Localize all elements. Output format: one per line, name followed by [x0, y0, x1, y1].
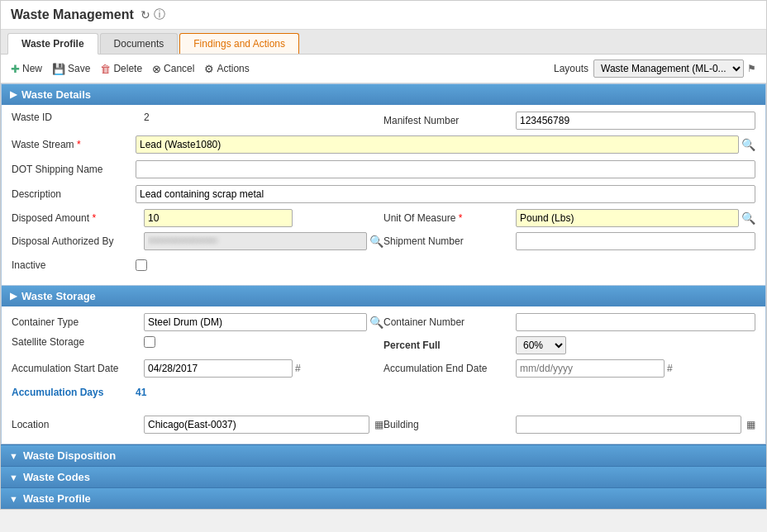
disposal-auth-search-icon[interactable]: 🔍: [369, 235, 384, 248]
container-type-search-icon[interactable]: 🔍: [369, 316, 384, 329]
tab-waste-profile[interactable]: Waste Profile: [7, 33, 98, 55]
manifest-number-field: [516, 112, 755, 130]
waste-id-row: Waste ID 2 Manifest Number: [12, 112, 755, 130]
container-number-input[interactable]: [516, 313, 755, 331]
description-row: Description: [12, 184, 755, 204]
location-picker-icon[interactable]: ▦: [374, 419, 384, 430]
location-label: Location: [12, 419, 144, 430]
new-icon: ✚: [11, 63, 20, 75]
delete-button[interactable]: 🗑 Delete: [100, 63, 142, 75]
waste-id-value: 2: [144, 112, 384, 123]
waste-id-label: Waste ID: [12, 112, 144, 123]
save-button[interactable]: 💾 Save: [52, 63, 90, 75]
info-icon[interactable]: ⓘ: [154, 7, 165, 22]
waste-disposition-title: Waste Disposition: [23, 449, 116, 462]
waste-details-header[interactable]: ▶ Waste Details: [2, 84, 765, 105]
unit-measure-field: 🔍: [516, 209, 755, 227]
container-number-label: Container Number: [384, 316, 516, 328]
container-type-input[interactable]: [144, 313, 367, 331]
building-picker-icon[interactable]: ▦: [746, 419, 755, 430]
accum-end-calendar-icon[interactable]: #: [667, 363, 673, 374]
unit-measure-search-icon[interactable]: 🔍: [741, 211, 755, 225]
location-input[interactable]: [144, 416, 369, 434]
manifest-number-group: Manifest Number: [384, 112, 755, 130]
location-row: Location ▦ Building ▦: [12, 416, 755, 434]
cancel-icon: ⊗: [152, 63, 161, 75]
percent-full-group: Percent Full 60% 10% 20% 30% 40% 50% 70%…: [384, 336, 755, 354]
percent-full-field: 60% 10% 20% 30% 40% 50% 70% 80% 90% 100%: [516, 336, 566, 354]
building-input[interactable]: [516, 416, 741, 434]
dot-shipping-label: DOT Shipping Name: [12, 164, 136, 175]
disposal-auth-row: Disposal Authorized By 🔍 Shipment Number: [12, 232, 755, 250]
layouts-label: Layouts: [554, 63, 588, 74]
shipment-number-group: Shipment Number: [384, 232, 755, 250]
accum-start-group: Accumulation Start Date #: [12, 359, 384, 378]
unit-measure-label: Unit Of Measure *: [384, 212, 516, 224]
waste-details-arrow: ▶: [10, 89, 17, 100]
disposed-amount-label: Disposed Amount *: [12, 212, 144, 224]
satellite-storage-group: Satellite Storage: [12, 336, 384, 348]
bottom-sections: ▼ Waste Disposition ▼ Waste Codes ▼ Wast…: [1, 444, 766, 509]
cancel-label: Cancel: [164, 63, 194, 74]
location-group: Location ▦: [12, 416, 384, 434]
unit-measure-input[interactable]: [516, 209, 739, 227]
shipment-number-input[interactable]: [516, 232, 755, 250]
waste-codes-arrow: ▼: [9, 473, 18, 482]
waste-details-form: Waste ID 2 Manifest Number Waste Stream …: [2, 105, 765, 285]
accum-end-group: Accumulation End Date #: [384, 359, 755, 378]
toolbar: ✚ New 💾 Save 🗑 Delete ⊗ Cancel ⚙ Actions…: [1, 55, 766, 83]
satellite-storage-label: Satellite Storage: [12, 336, 144, 348]
percent-full-label: Percent Full: [384, 340, 516, 351]
waste-profile-bottom-header[interactable]: ▼ Waste Profile: [1, 487, 766, 509]
shipment-number-field: [516, 232, 755, 250]
description-input[interactable]: [136, 185, 755, 203]
container-type-field: 🔍: [144, 313, 384, 331]
disposed-amount-input[interactable]: [144, 209, 293, 227]
satellite-row: Satellite Storage Percent Full 60% 10% 2…: [12, 336, 755, 354]
actions-label: Actions: [217, 63, 249, 74]
waste-id-group: Waste ID 2: [12, 112, 384, 123]
layouts-select[interactable]: Waste Management (ML-0...: [593, 59, 744, 78]
waste-profile-bottom-title: Waste Profile: [23, 492, 91, 505]
satellite-storage-checkbox[interactable]: [144, 336, 155, 348]
save-label: Save: [68, 63, 90, 74]
tab-findings-actions[interactable]: Findings and Actions: [179, 33, 299, 54]
waste-stream-search-icon[interactable]: 🔍: [741, 138, 755, 151]
inactive-checkbox[interactable]: [136, 259, 147, 271]
accum-days-value: 41: [136, 387, 146, 398]
refresh-icon[interactable]: ↻: [141, 8, 150, 21]
manifest-number-input[interactable]: [516, 112, 755, 130]
actions-icon: ⚙: [204, 63, 214, 75]
accum-end-input[interactable]: [516, 359, 665, 378]
save-icon: 💾: [52, 63, 65, 75]
dot-shipping-row: DOT Shipping Name: [12, 159, 755, 179]
waste-profile-bottom-arrow: ▼: [9, 494, 18, 504]
waste-disposition-header[interactable]: ▼ Waste Disposition: [1, 444, 766, 466]
description-label: Description: [12, 188, 136, 200]
container-row: Container Type 🔍 Container Number: [12, 313, 755, 331]
waste-codes-title: Waste Codes: [23, 471, 90, 483]
new-button[interactable]: ✚ New: [11, 63, 42, 75]
waste-stream-input[interactable]: [136, 135, 739, 154]
disposal-auth-input[interactable]: [144, 232, 367, 250]
waste-stream-label: Waste Stream *: [12, 139, 136, 150]
accum-days-label: Accumulation Days: [12, 387, 136, 398]
disposal-auth-group: Disposal Authorized By 🔍: [12, 232, 384, 250]
waste-storage-header[interactable]: ▶ Waste Storage: [2, 286, 765, 306]
waste-details-title: Waste Details: [21, 88, 91, 101]
waste-codes-header[interactable]: ▼ Waste Codes: [1, 466, 766, 487]
waste-storage-form: Container Type 🔍 Container Number Satell…: [2, 306, 765, 444]
bookmark-icon[interactable]: ⚑: [747, 63, 756, 74]
accum-start-calendar-icon[interactable]: #: [295, 363, 301, 374]
actions-button[interactable]: ⚙ Actions: [204, 63, 249, 75]
waste-stream-row: Waste Stream * 🔍: [12, 135, 755, 154]
disposal-auth-field: 🔍: [144, 232, 384, 250]
percent-full-select[interactable]: 60% 10% 20% 30% 40% 50% 70% 80% 90% 100%: [516, 336, 566, 354]
tab-documents[interactable]: Documents: [100, 33, 179, 54]
container-number-group: Container Number: [384, 313, 755, 331]
accum-days-row: Accumulation Days 41: [12, 382, 755, 402]
accum-start-input[interactable]: [144, 359, 293, 378]
cancel-button[interactable]: ⊗ Cancel: [152, 63, 194, 75]
dot-shipping-input[interactable]: [136, 160, 755, 178]
building-group: Building ▦: [384, 416, 755, 434]
